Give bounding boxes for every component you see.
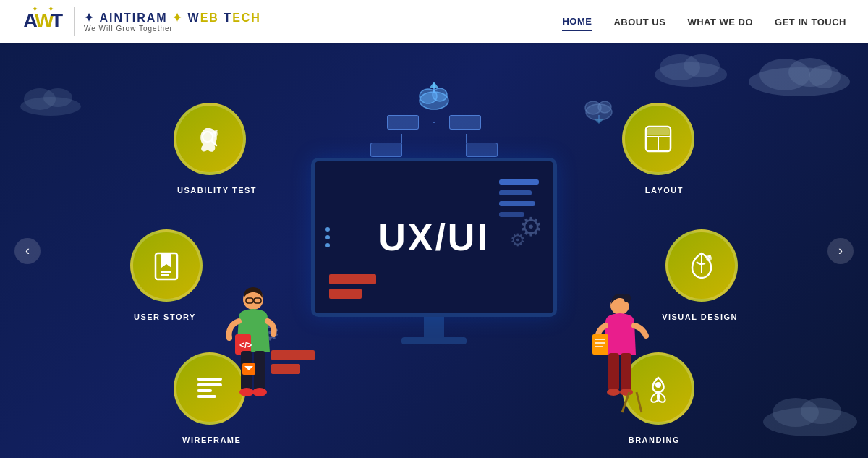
circle-user-story[interactable]: [130, 229, 203, 302]
label-branding: BRANDING: [629, 436, 680, 444]
svg-text:</>: </>: [239, 340, 252, 350]
flowchart-diagram: [370, 77, 498, 157]
logo-icon: A W T ✦ ✦: [22, 4, 65, 39]
logo-divider: [74, 7, 75, 36]
nav-about[interactable]: ABOUT US: [613, 14, 665, 30]
label-layout: LAYOUT: [645, 186, 684, 195]
logo-company: ✦ AINTIRAM ✦ WEB TECH: [84, 11, 261, 25]
monitor-stand: [424, 317, 444, 337]
svg-rect-28: [197, 383, 200, 386]
circle-visual-design[interactable]: [665, 229, 738, 302]
svg-point-66: [620, 389, 633, 396]
cloud-bottom-right: [756, 389, 864, 436]
logo-area: A W T ✦ ✦ ✦ AINTIRAM ✦ WEB TECH We Will …: [22, 4, 261, 39]
hero-section: ‹ › USABILITY TEST: [0, 43, 868, 458]
svg-rect-67: [623, 389, 626, 394]
svg-point-43: [598, 101, 611, 113]
svg-rect-62: [608, 353, 619, 391]
circle-layout[interactable]: [622, 103, 694, 175]
svg-point-14: [801, 398, 841, 424]
label-user-story: USER STORY: [134, 313, 196, 321]
nav-what-we-do[interactable]: WHAT WE DO: [687, 14, 753, 30]
screen-red-blocks: [329, 274, 376, 299]
svg-point-54: [252, 388, 267, 396]
logo-text-block: ✦ AINTIRAM ✦ WEB TECH We Will Grow Toget…: [84, 11, 261, 33]
person-left-figure: </>: [221, 284, 286, 414]
svg-point-36: [655, 382, 661, 388]
svg-point-53: [239, 388, 254, 396]
person-right-figure: [590, 291, 651, 414]
nav-get-in-touch[interactable]: GET IN TOUCH: [775, 14, 846, 30]
logo-tagline: We Will Grow Together: [84, 25, 261, 33]
arrow-left-icon: ‹: [25, 243, 30, 258]
svg-rect-30: [197, 395, 200, 398]
monitor-base: [401, 337, 467, 344]
carousel-prev-button[interactable]: ‹: [14, 238, 41, 264]
svg-point-57: [624, 294, 631, 302]
svg-rect-34: [647, 128, 669, 135]
label-wireframe: WIREFRAME: [182, 436, 241, 444]
svg-rect-65: [610, 389, 613, 394]
svg-point-64: [607, 389, 620, 396]
hero-ux-ui-text: UX/UI: [378, 216, 490, 259]
svg-rect-23: [197, 378, 222, 381]
svg-rect-29: [197, 389, 200, 392]
header: A W T ✦ ✦ ✦ AINTIRAM ✦ WEB TECH We Will …: [0, 0, 868, 43]
svg-rect-52: [254, 351, 265, 391]
nav: HOME ABOUT US WHAT WE DO GET IN TOUCH: [562, 13, 846, 31]
label-visual-design: VISUAL DESIGN: [662, 313, 738, 321]
svg-rect-24: [197, 383, 222, 386]
svg-point-17: [43, 88, 72, 107]
carousel-next-button[interactable]: ›: [827, 238, 854, 264]
svg-point-8: [809, 65, 841, 88]
svg-rect-27: [197, 378, 200, 381]
svg-rect-63: [621, 353, 631, 391]
svg-rect-58: [592, 334, 608, 355]
label-usability: USABILITY TEST: [177, 186, 257, 195]
cloud-download-icon: [579, 92, 618, 124]
arrow-right-icon: ›: [838, 243, 843, 258]
gear-icon-small: ⚙: [510, 230, 526, 250]
nav-home[interactable]: HOME: [562, 13, 592, 31]
screen-dots: [326, 227, 330, 247]
monitor-display: UX/UI: [311, 158, 557, 344]
hero-center-area: USABILITY TEST USER STORY: [109, 70, 760, 432]
cloud-top-left: [14, 83, 87, 116]
svg-line-69: [637, 392, 642, 412]
circle-usability[interactable]: [174, 103, 246, 175]
